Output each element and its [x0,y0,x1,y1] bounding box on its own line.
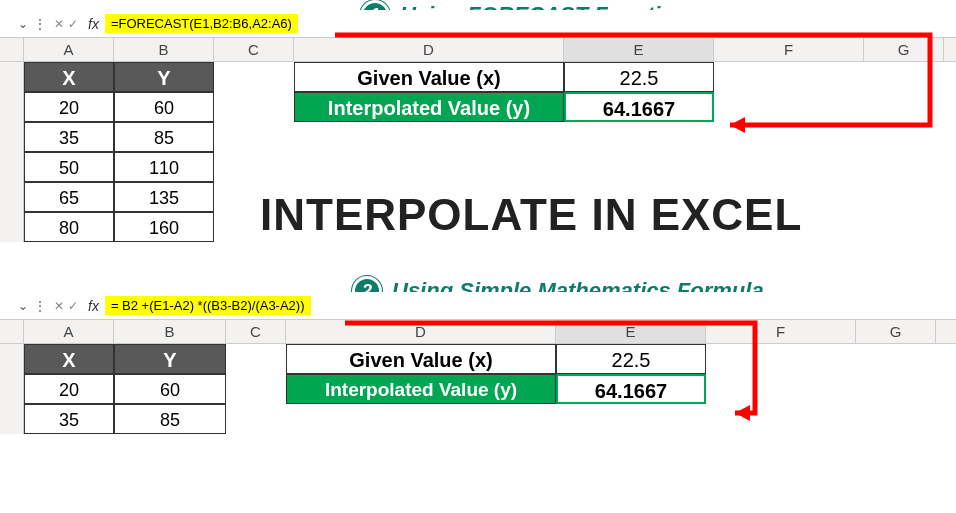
table-row[interactable]: 20 [24,92,114,122]
col-F-2[interactable]: F [706,320,856,343]
table-row[interactable]: 20 [24,374,114,404]
table-row[interactable]: 80 [24,212,114,242]
col-C[interactable]: C [214,38,294,61]
given-label-1[interactable]: Given Value (x) [294,62,564,92]
header-y-1[interactable]: Y [114,62,214,92]
table-row[interactable]: 60 [114,92,214,122]
col-A-2[interactable]: A [24,320,114,343]
col-G[interactable]: G [864,38,944,61]
col-C-2[interactable]: C [226,320,286,343]
table-row[interactable]: 160 [114,212,214,242]
col-B-2[interactable]: B [114,320,226,343]
interp-label-1[interactable]: Interpolated Value (y) [294,92,564,122]
header-x-1[interactable]: X [24,62,114,92]
formula-edit-icons: ✕ ✓ [50,17,82,31]
given-value-1[interactable]: 22.5 [564,62,714,92]
page-title: INTERPOLATE IN EXCEL [260,190,802,240]
cancel-icon[interactable]: ✕ [54,17,64,31]
formula-edit-icons-2: ✕ ✓ [50,299,82,313]
formula-bar-1: ⌄ ⋮ ✕ ✓ fx =FORECAST(E1,B2:B6,A2:A6) [0,10,956,38]
formula-text-1[interactable]: =FORECAST(E1,B2:B6,A2:A6) [105,14,298,33]
fx-icon-2[interactable]: fx [82,298,105,314]
formula-bar-2: ⌄ ⋮ ✕ ✓ fx = B2 +(E1-A2) *((B3-B2)/(A3-A… [0,292,956,320]
table-row[interactable]: 35 [24,404,114,434]
formula-text-2[interactable]: = B2 +(E1-A2) *((B3-B2)/(A3-A2)) [105,296,311,315]
table-row[interactable]: 85 [114,404,226,434]
header-x-2[interactable]: X [24,344,114,374]
col-headers-1: A B C D E F G [0,38,956,62]
table-row[interactable]: 65 [24,182,114,212]
col-E[interactable]: E [564,38,714,61]
interp-value-2[interactable]: 64.1667 [556,374,706,404]
namebox-dropdown-icon: ⌄ [18,17,28,31]
interp-value-1[interactable]: 64.1667 [564,92,714,122]
col-A[interactable]: A [24,38,114,61]
grid-2: X Y Given Value (x) 22.5 20 60 Interpola… [0,344,956,434]
col-G-2[interactable]: G [856,320,936,343]
table-row[interactable]: 135 [114,182,214,212]
namebox-2[interactable]: ⌄ ⋮ [0,299,50,313]
header-y-2[interactable]: Y [114,344,226,374]
given-label-2[interactable]: Given Value (x) [286,344,556,374]
section-2: ⌄ ⋮ ✕ ✓ fx = B2 +(E1-A2) *((B3-B2)/(A3-A… [0,292,956,434]
namebox-1[interactable]: ⌄ ⋮ [0,17,50,31]
col-E-2[interactable]: E [556,320,706,343]
col-D[interactable]: D [294,38,564,61]
namebox-sep-icon: ⋮ [34,17,46,31]
namebox-sep-icon: ⋮ [34,299,46,313]
namebox-dropdown-icon: ⌄ [18,299,28,313]
table-row[interactable]: 35 [24,122,114,152]
col-F[interactable]: F [714,38,864,61]
enter-icon[interactable]: ✓ [68,17,78,31]
interp-label-2[interactable]: Interpolated Value (y) [286,374,556,404]
cancel-icon[interactable]: ✕ [54,299,64,313]
col-D-2[interactable]: D [286,320,556,343]
table-row[interactable]: 60 [114,374,226,404]
table-row[interactable]: 85 [114,122,214,152]
col-B[interactable]: B [114,38,214,61]
table-row[interactable]: 110 [114,152,214,182]
given-value-2[interactable]: 22.5 [556,344,706,374]
enter-icon[interactable]: ✓ [68,299,78,313]
col-headers-2: A B C D E F G [0,320,956,344]
fx-icon[interactable]: fx [82,16,105,32]
table-row[interactable]: 50 [24,152,114,182]
